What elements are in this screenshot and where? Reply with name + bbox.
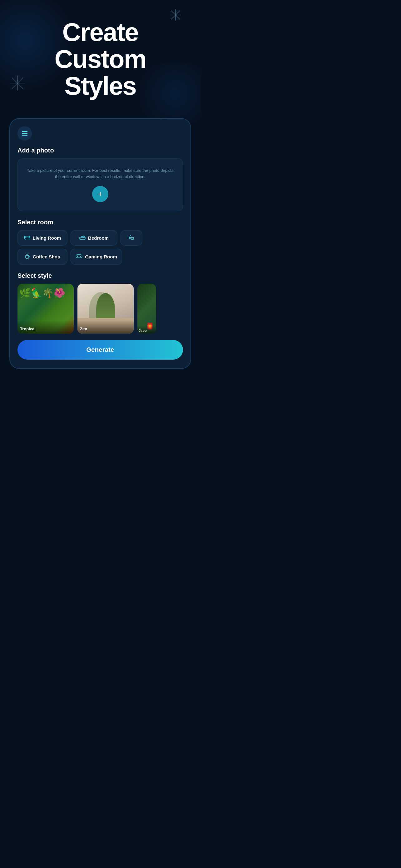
living-room-label: Living Room <box>33 235 61 241</box>
generate-button[interactable]: Generate <box>18 340 183 360</box>
tropical-label: Tropical <box>18 320 74 334</box>
bedroom-label: Bedroom <box>88 235 109 241</box>
svg-point-27 <box>80 256 80 256</box>
photo-upload-hint: Take a picture of your current room. For… <box>24 167 176 180</box>
gaming-room-label: Gaming Room <box>85 254 117 259</box>
style-grid: Tropical Zen Japo <box>18 284 183 334</box>
sofa-icon <box>24 235 30 241</box>
photo-add-button[interactable]: + <box>92 186 108 202</box>
coffee-icon <box>25 253 30 260</box>
bath-icon <box>129 235 134 241</box>
hero-section: Create Custom Styles <box>0 0 201 112</box>
generate-section: Generate <box>18 334 183 368</box>
svg-rect-19 <box>83 236 85 238</box>
svg-point-28 <box>80 256 81 257</box>
room-btn-bedroom[interactable]: Bedroom <box>71 230 118 246</box>
room-btn-coffee-shop[interactable]: Coffee Shop <box>18 249 67 265</box>
menu-line-3 <box>22 135 28 135</box>
room-row-1: Living Room Bedroom <box>18 230 183 246</box>
bed-icon <box>79 235 86 241</box>
coffee-shop-label: Coffee Shop <box>33 254 60 259</box>
select-room-label: Select room <box>18 219 183 226</box>
style-card-zen[interactable]: Zen <box>77 284 134 334</box>
room-row-2: Coffee Shop Gaming Room <box>18 249 183 265</box>
select-style-label: Select style <box>18 272 183 279</box>
room-btn-gaming-room[interactable]: Gaming Room <box>71 249 122 265</box>
style-card-japanese[interactable]: Japo <box>137 284 156 334</box>
gamepad-icon <box>75 254 82 260</box>
japanese-label: Japo <box>137 326 156 334</box>
svg-rect-17 <box>80 237 81 239</box>
add-icon: + <box>98 189 103 199</box>
room-btn-living-room[interactable]: Living Room <box>18 230 67 246</box>
photo-upload-area: Take a picture of your current room. For… <box>18 158 183 211</box>
menu-button[interactable] <box>18 126 32 141</box>
svg-rect-18 <box>81 236 83 238</box>
app-card: Add a photo Take a picture of your curre… <box>9 118 191 369</box>
add-photo-label: Add a photo <box>18 147 183 154</box>
room-btn-bathroom[interactable] <box>121 230 142 246</box>
menu-line-2 <box>22 133 28 134</box>
zen-label: Zen <box>77 320 134 334</box>
hero-title: Create Custom Styles <box>12 19 188 99</box>
style-card-tropical[interactable]: Tropical <box>18 284 74 334</box>
menu-line-1 <box>22 131 28 132</box>
